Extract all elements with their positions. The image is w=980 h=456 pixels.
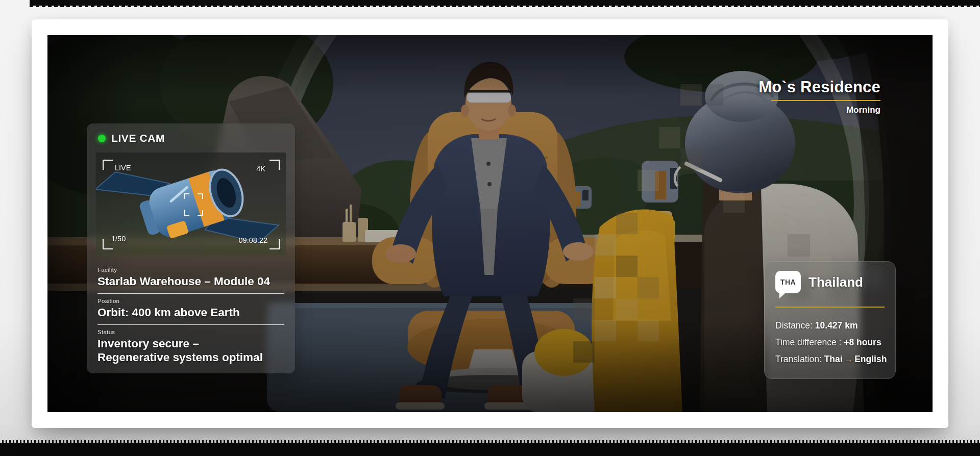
facility-value: Starlab Warehouse – Module 04 [97, 274, 284, 288]
divider [97, 293, 284, 294]
live-cam-panel: LIVE CAM [87, 123, 295, 373]
live-cam-header: LIVE CAM [96, 131, 286, 146]
viewfinder-corner-top-left [103, 160, 113, 170]
translation-row: Translation: Thai→English [775, 353, 885, 365]
resolution-label: 4K [256, 165, 265, 173]
country-card-header: THA Thailand [775, 271, 885, 293]
translation-from: Thai [824, 354, 843, 364]
page-title: Mo`s Residence [758, 78, 880, 96]
translation-label: Translation: [775, 354, 824, 364]
location-title-block: Mo`s Residence Morning [758, 78, 880, 115]
distance-label: Distance: [775, 320, 815, 331]
live-label: LIVE [115, 164, 131, 172]
video-scene: LIVE CAM [47, 35, 933, 412]
facility-label: Facility [97, 267, 284, 273]
arrow-right-icon: → [843, 354, 855, 364]
photo-card: LIVE CAM [32, 19, 948, 428]
timestamp-label: 09:08:22 [239, 236, 267, 244]
divider [97, 324, 284, 325]
distance-row: Distance: 10.427 km [775, 320, 885, 331]
page-background: LIVE CAM [0, 0, 980, 456]
shutter-label: 1/50 [111, 235, 126, 243]
position-label: Position [97, 298, 284, 304]
translation-to: English [854, 354, 887, 364]
live-indicator-dot [98, 135, 106, 142]
time-difference-label: Time difference : [775, 337, 844, 347]
camera-viewfinder: LIVE 4K 1/50 09:08:22 [96, 153, 286, 256]
status-label: Status [97, 329, 284, 335]
distance-value: 10.427 km [815, 320, 858, 331]
country-accent-rule [775, 307, 885, 308]
status-value: Inventory secure – Regenerative systems … [97, 337, 284, 364]
country-name: Thailand [808, 274, 863, 290]
time-of-day-label: Morning [758, 105, 880, 115]
viewfinder-corner-top-right [270, 160, 280, 170]
title-accent-rule [771, 100, 880, 101]
time-difference-row: Time difference : +8 hours [775, 337, 885, 348]
viewfinder-corner-bottom-right [270, 239, 280, 249]
time-difference-value: +8 hours [844, 337, 881, 347]
language-badge-icon: THA [775, 271, 801, 293]
live-cam-title: LIVE CAM [111, 132, 165, 144]
country-card: THA Thailand Distance: 10.427 km Time di… [764, 261, 896, 379]
desktop-edge-top [30, 0, 980, 6]
desktop-edge-bottom [0, 443, 980, 456]
country-code: THA [780, 278, 796, 286]
focus-reticle-icon [184, 193, 203, 216]
live-cam-fields: Facility Starlab Warehouse – Module 04 P… [96, 267, 286, 364]
position-value: Orbit: 400 km above Earth [97, 306, 284, 319]
